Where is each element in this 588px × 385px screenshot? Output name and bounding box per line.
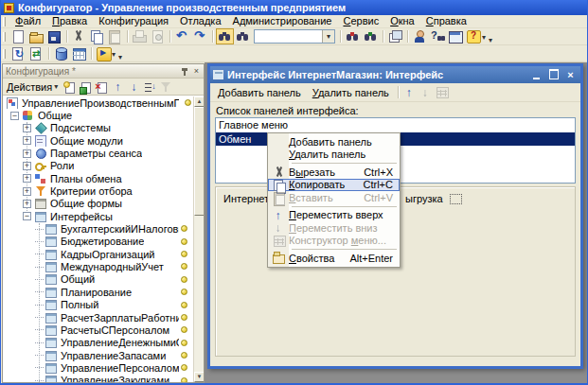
paste-icon[interactable] [107, 29, 123, 44]
close-icon[interactable]: × [192, 67, 201, 76]
scrollbar-thumb[interactable] [194, 107, 204, 216]
tree-item[interactable]: +Общие формы [3, 198, 204, 210]
toolbar-overflow-icon[interactable]: ▾ [489, 36, 492, 44]
configuration-panel-header[interactable]: Конфигурация * × [3, 64, 204, 79]
menubar-item[interactable]: Администрирование [227, 15, 338, 27]
maximize-button[interactable] [546, 69, 561, 80]
context-menu-item[interactable]: Добавить панель [268, 135, 400, 149]
minimize-button[interactable] [529, 69, 543, 80]
save-icon[interactable] [46, 29, 62, 44]
window-titlebar[interactable]: Конфигуратор - Управление производственн… [1, 0, 587, 15]
cut-icon[interactable] [71, 29, 87, 44]
tree-item[interactable]: УправлениеЗапасами [3, 349, 204, 361]
dropdown-arrow[interactable]: ▾ [112, 50, 116, 59]
tree-item[interactable]: КадрыОрганизаций [3, 248, 204, 260]
menubar-item[interactable]: Окна [384, 15, 420, 27]
find-icon[interactable] [235, 29, 251, 44]
close-button[interactable]: × [563, 69, 578, 80]
menubar-item[interactable]: Сервис [337, 15, 384, 27]
context-menu-item[interactable]: Удалить панель [268, 149, 400, 162]
dropdown-arrow[interactable]: ▾ [482, 33, 486, 42]
database-icon[interactable] [53, 46, 69, 61]
expand-icon[interactable]: + [23, 174, 31, 183]
new-icon[interactable] [10, 29, 27, 44]
update-db-config-icon[interactable] [10, 46, 27, 61]
scroll-down-icon[interactable]: ▼ [194, 372, 204, 382]
window-copy-icon[interactable] [387, 29, 403, 44]
tree-item[interactable]: Общий [3, 273, 204, 286]
move-down-icon[interactable] [419, 86, 433, 99]
move-up-icon[interactable] [111, 80, 125, 94]
filter-icon[interactable] [159, 80, 173, 94]
context-menu-item[interactable]: ВставитьCtrl+V [268, 191, 400, 204]
expand-icon[interactable]: + [23, 162, 31, 170]
app-window-icon[interactable] [448, 29, 464, 44]
copy-icon[interactable] [89, 29, 105, 44]
context-menu-item[interactable]: Конструктор меню... [268, 235, 400, 248]
dialog-toolbar-button[interactable]: Добавить панель [212, 86, 307, 99]
syntax-help-icon[interactable] [430, 29, 446, 44]
sort-list-icon[interactable] [143, 80, 157, 94]
print-icon[interactable] [132, 29, 148, 44]
redo-icon[interactable] [192, 29, 208, 44]
tree-item[interactable]: Полный [3, 299, 204, 311]
menubar-item[interactable]: Файл [9, 15, 46, 27]
tree-item[interactable]: БухгалтерскийИНалоговыйУчет [3, 222, 204, 235]
find-toggle-icon[interactable] [217, 29, 233, 44]
actions-button[interactable]: Действия [7, 81, 52, 93]
undo-icon[interactable] [174, 29, 190, 44]
table-icon[interactable] [71, 46, 87, 61]
tree-item[interactable]: +Подсистемы [3, 122, 204, 134]
tree-item[interactable]: РасчетыСПерсоналом [3, 324, 204, 336]
context-menu-item[interactable]: СвойстваAlt+Enter [268, 252, 400, 265]
tree-item[interactable]: УправлениеЗакупками [3, 375, 204, 382]
tree-scrollbar[interactable]: ▲ ▼ [193, 96, 204, 382]
find-next-icon[interactable] [363, 29, 379, 44]
menubar-item[interactable]: Справка [420, 15, 472, 27]
context-menu-item[interactable]: ВырезатьCtrl+X [268, 166, 400, 179]
tree-item[interactable]: +Роли [3, 160, 204, 172]
expand-icon[interactable]: + [23, 149, 31, 158]
collapse-icon[interactable]: − [23, 212, 31, 220]
expand-icon[interactable]: + [23, 136, 31, 145]
tree-item[interactable]: УправлениеПроизводственнымПредприя... [3, 96, 204, 109]
combo-field[interactable] [255, 30, 322, 43]
print-preview-icon[interactable] [150, 29, 166, 44]
move-up-icon[interactable] [402, 86, 417, 99]
debug-user-icon[interactable] [412, 29, 428, 44]
tree-item[interactable]: +Планы обмена [3, 172, 204, 184]
tree-item[interactable]: +Критерии отбора [3, 184, 204, 197]
search-combobox[interactable]: ▾ [254, 29, 335, 44]
menubar-item[interactable]: Отладка [174, 15, 226, 27]
tree-item[interactable]: УправлениеДенежнымиСредс... [3, 337, 204, 349]
scroll-up-icon[interactable]: ▲ [194, 96, 204, 107]
run-enterprise-icon[interactable] [96, 46, 112, 61]
tree-item[interactable]: МеждународныйУчет [3, 260, 204, 272]
tree-item[interactable]: +Общие модули [3, 134, 204, 147]
chevron-down-icon[interactable]: ▾ [54, 82, 58, 91]
tree-item[interactable]: +Параметры сеанса [3, 147, 204, 159]
add-copy-item-icon[interactable] [79, 80, 93, 94]
find-previous-icon[interactable] [345, 29, 361, 44]
expand-icon[interactable]: + [23, 187, 31, 196]
tree-item[interactable]: Бюджетирование [3, 236, 204, 248]
menubar-item[interactable]: Правка [46, 15, 93, 27]
dialog-toolbar-button[interactable]: Удалить панель [307, 86, 395, 99]
expand-icon[interactable]: + [23, 200, 31, 208]
context-menu-item[interactable]: КопироватьCtrl+C [268, 179, 400, 192]
chevron-down-icon[interactable]: ▾ [322, 30, 334, 43]
tree-item[interactable]: УправлениеПерсоналом [3, 361, 204, 374]
add-item-icon[interactable] [62, 80, 77, 94]
tree-item[interactable]: Планирование [3, 286, 204, 298]
compare-config-icon[interactable] [28, 46, 45, 61]
context-menu-item[interactable]: Переместить вверх [268, 209, 400, 222]
tree-item[interactable]: РасчетЗарплатыРаботниковО... [3, 311, 204, 324]
context-menu-item[interactable]: Переместить вниз [268, 221, 400, 235]
move-down-icon[interactable] [127, 80, 141, 94]
panel-list-item[interactable]: Главное меню [216, 118, 575, 132]
expand-icon[interactable]: + [23, 124, 31, 132]
collapse-icon[interactable]: − [10, 112, 19, 120]
delete-item-icon[interactable] [95, 80, 109, 94]
toolbar-overflow-icon[interactable]: ▾ [118, 53, 122, 61]
tree-item[interactable]: −Интерфейсы [3, 210, 204, 222]
